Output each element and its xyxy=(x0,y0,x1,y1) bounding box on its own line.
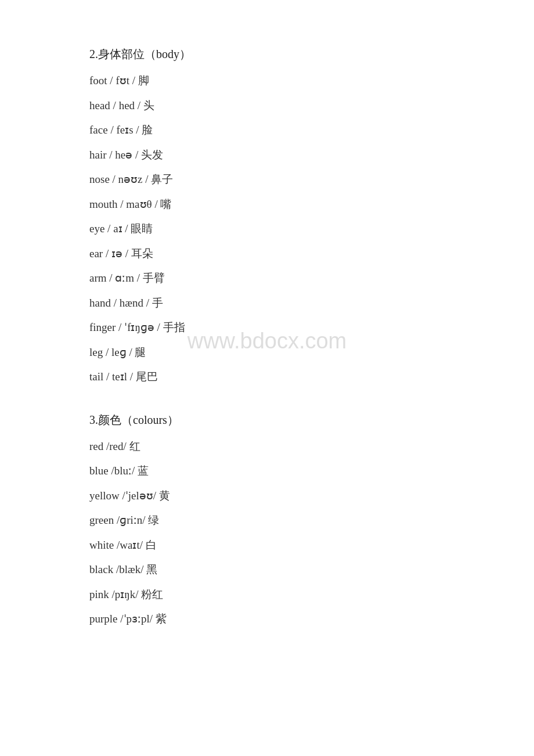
vocab-item-head: head / hed / 头 xyxy=(89,98,445,114)
vocab-item-blue: blue /bluː/ 蓝 xyxy=(89,463,445,480)
vocab-item-white: white /waɪt/ 白 xyxy=(89,537,445,554)
vocab-item-leg: leg / leɡ / 腿 xyxy=(89,344,445,361)
vocab-item-eye: eye / aɪ / 眼睛 xyxy=(89,221,445,237)
vocab-item-finger: finger / ˈfɪŋɡə / 手指 xyxy=(89,319,445,336)
vocab-item-foot: foot / fʊt / 脚 xyxy=(89,73,445,89)
vocab-item-hair: hair / heə / 头发 xyxy=(89,147,445,164)
vocab-item-red: red /red/ 红 xyxy=(89,438,445,455)
section-body-title: 2.身体部位（body） xyxy=(89,46,445,62)
vocab-item-green: green /ɡriːn/ 绿 xyxy=(89,512,445,529)
page-container: www.bdocx.com 2.身体部位（body） foot / fʊt / … xyxy=(0,0,534,682)
section-colours-title: 3.颜色（colours） xyxy=(89,412,445,428)
vocab-item-tail: tail / teɪl / 尾巴 xyxy=(89,369,445,386)
vocab-item-face: face / feɪs / 脸 xyxy=(89,122,445,139)
vocab-item-hand: hand / hænd / 手 xyxy=(89,295,445,312)
vocab-item-nose: nose / nəʊz / 鼻子 xyxy=(89,171,445,188)
vocab-item-arm: arm / ɑːm / 手臂 xyxy=(89,270,445,287)
vocab-item-purple: purple /ˈpɜːpl/ 紫 xyxy=(89,611,445,628)
vocab-item-pink: pink /pɪŋk/ 粉红 xyxy=(89,586,445,603)
section-body: 2.身体部位（body） foot / fʊt / 脚 head / hed /… xyxy=(89,46,445,386)
vocab-item-ear: ear / ɪə / 耳朵 xyxy=(89,246,445,262)
vocab-item-mouth: mouth / maʊθ / 嘴 xyxy=(89,196,445,213)
vocab-item-black: black /blæk/ 黑 xyxy=(89,561,445,578)
section-colours: 3.颜色（colours） red /red/ 红 blue /bluː/ 蓝 … xyxy=(89,412,445,628)
section-gap xyxy=(89,394,445,412)
vocab-item-yellow: yellow /ˈjeləʊ/ 黄 xyxy=(89,488,445,505)
